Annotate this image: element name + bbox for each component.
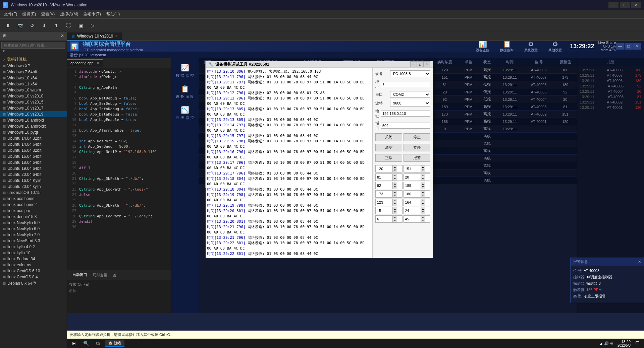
spinner-up-button[interactable]: ▲ bbox=[392, 191, 397, 194]
debug-minimize-button[interactable]: — bbox=[410, 61, 417, 67]
spinner-up-button[interactable]: ▲ bbox=[392, 207, 397, 211]
tree-item[interactable]: 🖥linux euler os bbox=[0, 262, 67, 268]
vm-content[interactable]: 📊 物联网综合管理平台 IOT integrated management pl… bbox=[67, 41, 644, 348]
tree-item[interactable]: 🖥Ubuntu 16.04 Kylin bbox=[0, 178, 67, 184]
spinner-up-button[interactable]: ▲ bbox=[392, 174, 397, 177]
code-local-vars-tab[interactable]: 局部变量 bbox=[90, 272, 110, 278]
spinner-up-button[interactable]: ▲ bbox=[421, 165, 425, 169]
spinner-down-button[interactable]: ▼ bbox=[392, 186, 397, 189]
spinner-down-button[interactable]: ▼ bbox=[392, 177, 397, 181]
spinner-input[interactable] bbox=[404, 216, 421, 222]
debug-log-area[interactable]: 时间[13:29:10 806] 提示信息:: 客户端上线: 192.168.0… bbox=[206, 68, 373, 258]
minimize-button[interactable]: — bbox=[608, 2, 619, 8]
spinner-down-button[interactable]: ▼ bbox=[392, 194, 397, 197]
debug-maximize-button[interactable]: □ bbox=[417, 61, 424, 67]
left-nav-data-monitor[interactable]: 📈 数 据 监 控 bbox=[172, 61, 198, 81]
stop-button[interactable]: 停止 bbox=[404, 133, 430, 141]
spinner-down-button[interactable]: ▼ bbox=[392, 202, 397, 206]
menu-edit[interactable]: 编辑(E) bbox=[20, 11, 39, 18]
spinner-input[interactable] bbox=[404, 166, 421, 171]
start-button[interactable]: ⊞ bbox=[68, 339, 79, 347]
spinner-down-button[interactable]: ▼ bbox=[421, 211, 425, 214]
tree-item[interactable]: 🖥linux NeoKylin 5.0 bbox=[0, 220, 67, 226]
ip-input[interactable] bbox=[381, 111, 430, 117]
tb-snapshot-button[interactable]: 📷 bbox=[15, 21, 25, 30]
spinner-down-button[interactable]: ▼ bbox=[421, 177, 425, 181]
sidebar-close-icon[interactable]: ✕ bbox=[61, 33, 64, 39]
tree-item[interactable]: 🖥Windows 10 androidx bbox=[0, 123, 67, 129]
spinner-down-button[interactable]: ▼ bbox=[421, 219, 425, 222]
taskbar-app-item[interactable]: 🏠 就绪 bbox=[105, 340, 124, 347]
tree-item[interactable]: 🖥linux kylin 4.0.2 bbox=[0, 244, 67, 250]
search-dropdown-icon[interactable]: ▼ bbox=[2, 49, 5, 53]
baud-select[interactable]: 9600 bbox=[390, 100, 430, 107]
tree-item[interactable]: 🖥Ubuntu 16.04 64bit bbox=[0, 153, 67, 159]
spinner-input[interactable] bbox=[404, 175, 421, 180]
spinner-down-button[interactable]: ▼ bbox=[421, 194, 425, 197]
code-text[interactable]: #include <QAppl...> #include <QDebug> QS… bbox=[78, 68, 171, 270]
tree-item[interactable]: 🖥Windows 10 vs2015 bbox=[0, 99, 67, 105]
spinner-down-button[interactable]: ▼ bbox=[392, 219, 397, 222]
tree-item[interactable]: 🖥Ubuntu 18.04 64bit bbox=[0, 159, 67, 165]
clear-button[interactable]: 清空 bbox=[375, 144, 402, 151]
spinner-up-button[interactable]: ▲ bbox=[392, 199, 397, 202]
tree-item[interactable]: 🖥linux Fedora 34 bbox=[0, 256, 67, 262]
tree-item[interactable]: 🖥linux CentOS 8.4 bbox=[0, 274, 67, 280]
task-view-button[interactable]: ⧉ bbox=[93, 339, 103, 347]
spinner-input[interactable] bbox=[376, 191, 392, 197]
port-input[interactable] bbox=[381, 123, 430, 129]
tree-item[interactable]: 🖥Windows 11 x64 bbox=[0, 81, 67, 87]
spinner-down-button[interactable]: ▼ bbox=[421, 202, 425, 206]
spinner-up-button[interactable]: ▲ bbox=[421, 191, 425, 194]
spinner-up-button[interactable]: ▲ bbox=[421, 199, 425, 202]
tree-item[interactable]: 🖥Ubuntu 20.04 64bit bbox=[0, 171, 67, 178]
tree-item[interactable]: 🖥Windows 10 vs2019 bbox=[0, 111, 67, 117]
spinner-up-button[interactable]: ▲ bbox=[392, 165, 397, 169]
search-input[interactable] bbox=[1, 42, 65, 49]
spinner-input[interactable] bbox=[376, 175, 392, 180]
spinner-input[interactable] bbox=[404, 191, 421, 197]
debug-close-button[interactable]: ✕ bbox=[424, 61, 430, 67]
report-popup-close-icon[interactable]: ✕ bbox=[638, 260, 641, 264]
tree-item[interactable]: 🖥linux uos pro bbox=[0, 208, 67, 214]
tree-item[interactable]: 🖥Windows 10 android bbox=[0, 117, 67, 123]
spinner-input[interactable] bbox=[376, 200, 392, 205]
tree-item[interactable]: 🖥linux uos home2 bbox=[0, 202, 67, 208]
menu-vm[interactable]: 虚拟机(M) bbox=[57, 11, 81, 18]
tree-item[interactable]: 🖥linux CentOS 6.10 bbox=[0, 268, 67, 274]
spinner-up-button[interactable]: ▲ bbox=[421, 216, 425, 219]
spinner-up-button[interactable]: ▲ bbox=[421, 207, 425, 211]
spinner-input[interactable] bbox=[376, 208, 392, 213]
spinner-input[interactable] bbox=[404, 208, 421, 213]
address-input[interactable] bbox=[381, 81, 430, 87]
tree-item[interactable]: 🖥Debian 8.x 64位 bbox=[0, 280, 67, 287]
notification-button[interactable]: 🗨 bbox=[632, 339, 643, 347]
spinner-up-button[interactable]: ▲ bbox=[421, 174, 425, 177]
app-minimize-button[interactable]: — bbox=[616, 43, 624, 50]
vm-tab-close-icon[interactable]: ✕ bbox=[115, 34, 118, 38]
menu-help[interactable]: 帮助(H) bbox=[104, 11, 123, 18]
close-button[interactable]: ✕ bbox=[631, 2, 641, 8]
tree-item[interactable]: 🖥Windows 10 vs2010 bbox=[0, 93, 67, 99]
tree-item[interactable]: 🖥linux deepin15.3 bbox=[0, 214, 67, 220]
code-auto-console-tab[interactable]: 自动窗口 bbox=[70, 272, 90, 278]
spinner-input[interactable] bbox=[404, 183, 421, 188]
tb-more-button[interactable]: ▷ bbox=[87, 21, 98, 30]
tb-suspend-button[interactable]: ⬇ bbox=[39, 21, 50, 30]
device-select[interactable]: FC-1003-8 bbox=[390, 70, 430, 77]
pause-button[interactable]: 暂停 bbox=[404, 144, 430, 151]
tree-item[interactable]: 🖥Ubuntu 16.04 32bit bbox=[0, 147, 67, 153]
tree-item[interactable]: 🖥Ubuntu 19.04 64bit bbox=[0, 165, 67, 171]
tree-item[interactable]: 🖥unix macOS 10.15 bbox=[0, 190, 67, 196]
menu-view[interactable]: 查看(V) bbox=[39, 11, 57, 18]
tree-item[interactable]: 🖥linux NeoKylin 6.0 bbox=[0, 226, 67, 232]
normal-button[interactable]: 正常 bbox=[375, 154, 402, 162]
spinner-up-button[interactable]: ▲ bbox=[392, 216, 397, 219]
spinner-up-button[interactable]: ▲ bbox=[392, 182, 397, 186]
left-nav-device-panel[interactable]: 📋 设 备 面 板 bbox=[172, 82, 198, 102]
tree-item[interactable]: 🖥Windows 10 pyqt bbox=[0, 129, 67, 135]
tb-shutdown-button[interactable]: ⬆ bbox=[51, 21, 62, 30]
spinner-down-button[interactable]: ▼ bbox=[421, 169, 425, 172]
menu-file[interactable]: 文件(F) bbox=[1, 11, 20, 18]
code-tab-appconfig[interactable]: appconfig.cpp ✕ bbox=[67, 59, 103, 67]
